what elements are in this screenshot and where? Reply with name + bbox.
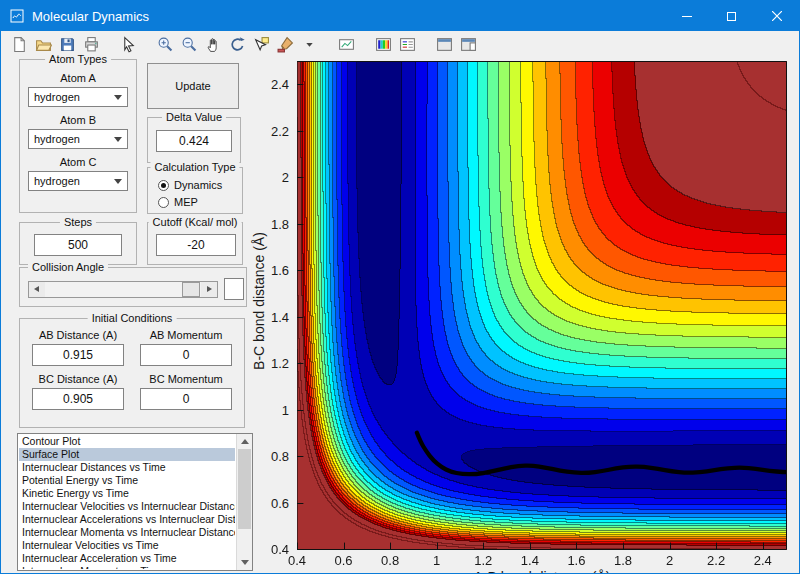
atom-c-dropdown[interactable]: hydrogen [28,171,128,191]
collision-angle-title: Collision Angle [28,261,108,273]
ab-momentum-field[interactable] [140,344,232,366]
x-tick-label: 1 [417,553,457,568]
list-item[interactable]: Internuclear Accelerations vs Internucle… [19,513,235,526]
rotate-3d-icon[interactable] [226,34,248,56]
list-item[interactable]: Internuclear Acceleration vs Time [19,552,235,565]
bc-momentum-label: BC Momentum [140,373,232,385]
plot-type-list: Contour PlotSurface PlotInternuclear Dis… [19,435,235,569]
update-button[interactable]: Update [147,63,239,109]
list-item[interactable]: Potential Energy vs Time [19,474,235,487]
bc-distance-field[interactable] [32,388,124,410]
slider-left-arrow-icon[interactable] [29,282,45,297]
slider-thumb[interactable] [182,282,200,297]
list-item[interactable]: Internuclear Momenta vs Internuclear Dis… [19,526,235,539]
steps-field[interactable] [34,234,122,256]
radio-button-icon [158,197,169,208]
list-item[interactable]: Surface Plot [19,448,235,461]
list-item[interactable]: Internuclear Distances vs Time [19,461,235,474]
scrollbar-down-arrow-icon[interactable] [237,555,252,570]
scrollbar-thumb[interactable] [238,449,251,529]
collision-angle-panel: Collision Angle [19,267,247,307]
hide-plot-tools-icon[interactable] [433,34,455,56]
ab-distance-label: AB Distance (A) [32,329,124,341]
delta-value-field[interactable] [156,130,232,152]
list-item[interactable]: Internuclear Momenta vs Time [19,565,235,569]
atom-a-dropdown[interactable]: hydrogen [28,87,128,107]
ab-distance-field[interactable] [32,344,124,366]
slider-track[interactable] [45,282,201,297]
cutoff-title: Cutoff (Kcal/ mol) [149,216,242,228]
initial-conditions-title: Initial Conditions [88,312,177,324]
toolbar [1,31,799,58]
close-button[interactable] [754,1,799,31]
x-tick-label: 0.6 [324,553,364,568]
delta-value-title: Delta Value [162,111,226,123]
list-item[interactable]: Kinetic Energy vs Time [19,487,235,500]
list-item[interactable]: Contour Plot [19,435,235,448]
delta-value-panel: Delta Value [147,117,241,163]
insert-legend-icon[interactable] [396,34,418,56]
window-icon [10,9,24,23]
steps-title: Steps [60,216,96,228]
calculation-type-options: DynamicsMEP [148,168,242,208]
y-tick-label: 1.4 [251,310,289,325]
data-cursor-icon[interactable] [250,34,272,56]
x-tick-label: 2.2 [696,553,736,568]
x-tick-label: 1.2 [463,553,503,568]
close-icon [772,11,782,21]
brush-data-icon[interactable] [274,34,296,56]
x-tick-label: 1.6 [556,553,596,568]
minimize-button[interactable] [664,1,709,31]
chevron-down-icon [114,179,122,184]
maximize-icon [727,12,736,21]
ab-momentum-group: AB Momentum [140,329,232,366]
radio-mep[interactable]: MEP [158,196,242,208]
atom-b-label: Atom B [20,114,136,127]
link-plot-icon[interactable] [335,34,357,56]
title-bar: Molecular Dynamics [1,1,799,31]
window-title: Molecular Dynamics [32,9,664,24]
collision-angle-slider[interactable] [28,281,218,298]
radio-dynamics[interactable]: Dynamics [158,179,242,191]
plot-type-listbox: Contour PlotSurface PlotInternuclear Dis… [17,433,253,571]
molecular-dynamics-window: Molecular Dynamics Atom Types Atom Ahydr… [0,0,800,574]
insert-colorbar-icon[interactable] [372,34,394,56]
pan-icon[interactable] [202,34,224,56]
show-plot-tools-icon[interactable] [457,34,479,56]
scrollbar-up-arrow-icon[interactable] [237,434,252,449]
slider-right-arrow-icon[interactable] [201,282,217,297]
contour-plot-canvas[interactable] [297,61,787,550]
bc-momentum-field[interactable] [140,388,232,410]
collision-angle-value-field[interactable] [224,278,244,300]
x-axis-label: A-B bond distance (Å) [392,569,692,574]
zoom-in-icon[interactable] [154,34,176,56]
maximize-button[interactable] [709,1,754,31]
zoom-out-icon[interactable] [178,34,200,56]
new-figure-icon[interactable] [8,34,30,56]
y-tick-label: 0.6 [251,496,289,511]
cutoff-panel: Cutoff (Kcal/ mol) [147,222,243,265]
bc-momentum-group: BC Momentum [140,373,232,410]
list-item[interactable]: Internulear Velocities vs Time [19,539,235,552]
y-tick-label: 1.8 [251,217,289,232]
list-item[interactable]: Internuclear Velocities vs Internuclear … [19,500,235,513]
atom-c-label: Atom C [20,156,136,169]
brush-menu-caret-icon[interactable] [298,34,320,56]
atom-a-label: Atom A [20,72,136,85]
initial-conditions-grid: AB Distance (A)AB MomentumBC Distance (A… [32,329,232,410]
y-tick-label: 1.6 [251,263,289,278]
y-tick-label: 2 [251,170,289,185]
ab-momentum-label: AB Momentum [140,329,232,341]
listbox-scrollbar[interactable] [236,434,252,570]
atom-b-dropdown[interactable]: hydrogen [28,129,128,149]
bc-distance-label: BC Distance (A) [32,373,124,385]
atom-c-dropdown-value: hydrogen [29,175,114,187]
edit-plot-icon[interactable] [117,34,139,56]
ab-distance-group: AB Distance (A) [32,329,124,366]
initial-conditions-panel: Initial Conditions AB Distance (A)AB Mom… [19,318,245,428]
chevron-down-icon [114,137,122,142]
cutoff-field[interactable] [156,234,236,256]
radio-button-icon [158,180,169,191]
x-tick-label: 1.4 [510,553,550,568]
bc-distance-group: BC Distance (A) [32,373,124,410]
